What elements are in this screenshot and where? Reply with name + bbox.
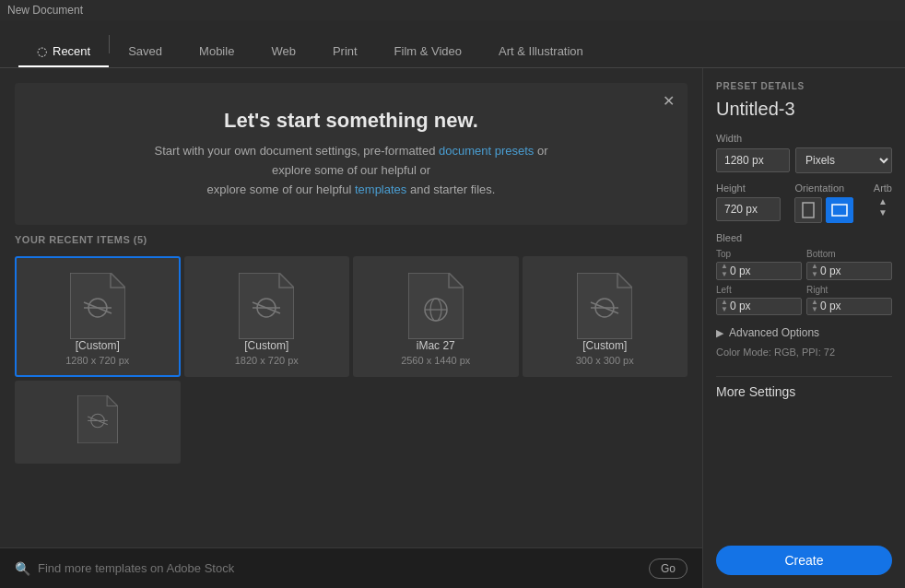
bleed-top-input-wrap: ▲ ▼ — [716, 262, 802, 280]
svg-marker-8 — [408, 273, 464, 339]
width-field-group: Pixels Inches cm mm — [716, 147, 892, 173]
orientation-group: Orientation — [794, 182, 867, 223]
search-icon: 🔍 — [15, 561, 30, 576]
bleed-bottom-input-wrap: ▲ ▼ — [806, 262, 892, 280]
recent-item-4[interactable] — [15, 381, 181, 464]
recent-item-size-1: 1820 x 720 px — [235, 355, 299, 366]
title-bar: New Document — [0, 0, 905, 20]
orientation-label: Orientation — [794, 182, 867, 194]
doc-icon-4 — [77, 395, 118, 443]
bleed-left-input[interactable] — [730, 300, 797, 312]
recent-item-0[interactable]: [Custom] 1280 x 720 px — [15, 256, 181, 377]
templates-link[interactable]: templates — [355, 182, 406, 196]
main-content: ✕ Let's start something new. Start with … — [0, 68, 905, 588]
recent-item-3[interactable]: [Custom] 300 x 300 px — [523, 256, 688, 377]
width-input[interactable] — [716, 148, 790, 172]
app-title: New Document — [7, 4, 83, 17]
artboard-group: Artb ▲ ▼ — [874, 182, 892, 223]
clock-icon: ◌ — [37, 44, 47, 58]
svg-marker-16 — [77, 395, 117, 443]
orientation-buttons — [794, 197, 867, 223]
bleed-right-field: Right ▲ ▼ — [806, 285, 892, 316]
bleed-top-field: Top ▲ ▼ — [716, 249, 802, 280]
bleed-left-label: Left — [716, 285, 802, 295]
welcome-subtitle: Start with your own document settings, p… — [52, 142, 651, 199]
doc-icon-3 — [577, 273, 632, 339]
recent-item-1[interactable]: [Custom] 1820 x 720 px — [184, 256, 350, 377]
bleed-right-input[interactable] — [820, 300, 887, 312]
artboard-down-arrow[interactable]: ▼ — [878, 208, 887, 218]
tab-recent[interactable]: ◌ Recent — [18, 35, 109, 67]
search-bar: 🔍 Go — [0, 547, 702, 588]
tab-mobile[interactable]: Mobile — [181, 35, 253, 67]
svg-marker-0 — [70, 273, 125, 339]
recent-grid: [Custom] 1280 x 720 px [Custom] 1820 x 7… — [15, 256, 688, 377]
bleed-bottom-input[interactable] — [820, 265, 887, 277]
bleed-left-input-wrap: ▲ ▼ — [716, 298, 802, 316]
height-label: Height — [716, 182, 789, 194]
create-button[interactable]: Create — [716, 546, 892, 575]
color-mode-info: Color Mode: RGB, PPI: 72 — [716, 347, 892, 358]
bleed-right-down[interactable]: ▼ — [811, 306, 818, 314]
bleed-bottom-label: Bottom — [806, 249, 892, 259]
doc-icon-0 — [70, 273, 125, 339]
preset-section-label: Preset Details — [716, 81, 892, 91]
search-input[interactable] — [38, 561, 641, 575]
recent-item-size-2: 2560 x 1440 px — [401, 355, 470, 366]
recent-item-2[interactable]: iMac 27 2560 x 1440 px — [353, 256, 519, 377]
left-panel: ✕ Let's start something new. Start with … — [0, 68, 702, 588]
advanced-options[interactable]: ▶ Advanced Options — [716, 323, 892, 343]
doc-icon-2 — [408, 273, 464, 339]
recent-item-name-1: [Custom] — [244, 339, 288, 352]
artboard-spinner: ▲ ▼ — [878, 197, 887, 218]
height-orient-row: Height Orientation — [716, 182, 892, 223]
svg-marker-4 — [239, 273, 294, 339]
tab-art-illustration[interactable]: Art & Illustration — [480, 35, 602, 67]
recent-item-name-3: [Custom] — [582, 339, 627, 352]
bleed-top-input[interactable] — [730, 265, 797, 277]
width-field-row: Width Pixels Inches cm mm — [716, 133, 892, 173]
recent-item-size-0: 1280 x 720 px — [65, 355, 129, 366]
tab-web[interactable]: Web — [253, 35, 314, 67]
divider — [716, 376, 892, 377]
preset-name: Untitled-3 — [716, 99, 892, 120]
landscape-button[interactable] — [826, 197, 853, 223]
portrait-button[interactable] — [794, 197, 822, 223]
tab-saved[interactable]: Saved — [110, 35, 181, 67]
portrait-icon — [802, 202, 815, 218]
bleed-top-down[interactable]: ▼ — [721, 271, 728, 279]
tab-film-video[interactable]: Film & Video — [376, 35, 480, 67]
tab-print[interactable]: Print — [314, 35, 376, 67]
artboard-up-arrow[interactable]: ▲ — [878, 197, 887, 206]
recent-item-name-0: [Custom] — [76, 339, 120, 352]
height-group: Height — [716, 182, 789, 223]
recent-item-size-3: 300 x 300 px — [576, 355, 634, 366]
bleed-right-input-wrap: ▲ ▼ — [806, 298, 892, 316]
doc-icon-1 — [239, 273, 294, 339]
recent-item-name-2: iMac 27 — [417, 339, 455, 352]
bleed-bottom-field: Bottom ▲ ▼ — [806, 249, 892, 280]
bleed-left-spinner: ▲ ▼ — [721, 299, 728, 315]
more-settings[interactable]: More Settings — [716, 384, 892, 399]
bleed-grid: Top ▲ ▼ Bottom ▲ ▼ — [716, 249, 892, 315]
welcome-title: Let's start something new. — [52, 109, 651, 133]
bleed-right-spinner: ▲ ▼ — [811, 299, 818, 315]
right-panel: Preset Details Untitled-3 Width Pixels I… — [702, 68, 905, 588]
bleed-top-label: Top — [716, 249, 802, 259]
bleed-right-label: Right — [806, 285, 892, 295]
landscape-icon — [831, 204, 848, 217]
artboard-label: Artb — [874, 182, 892, 194]
height-input[interactable] — [716, 197, 781, 221]
close-button[interactable]: ✕ — [663, 92, 675, 110]
tab-bar: ◌ Recent Saved Mobile Web Print Film & V… — [0, 20, 905, 68]
go-button[interactable]: Go — [649, 559, 688, 579]
document-presets-link[interactable]: document presets — [439, 144, 534, 158]
unit-select[interactable]: Pixels Inches cm mm — [795, 147, 892, 173]
bleed-left-down[interactable]: ▼ — [721, 306, 728, 314]
bleed-label: Bleed — [716, 232, 892, 243]
recent-section: Your Recent Items (5) [Custom] 1280 x 72… — [0, 234, 702, 547]
welcome-banner: ✕ Let's start something new. Start with … — [15, 83, 688, 225]
width-label: Width — [716, 133, 892, 144]
bleed-bottom-down[interactable]: ▼ — [811, 271, 818, 279]
svg-rect-21 — [832, 205, 847, 216]
